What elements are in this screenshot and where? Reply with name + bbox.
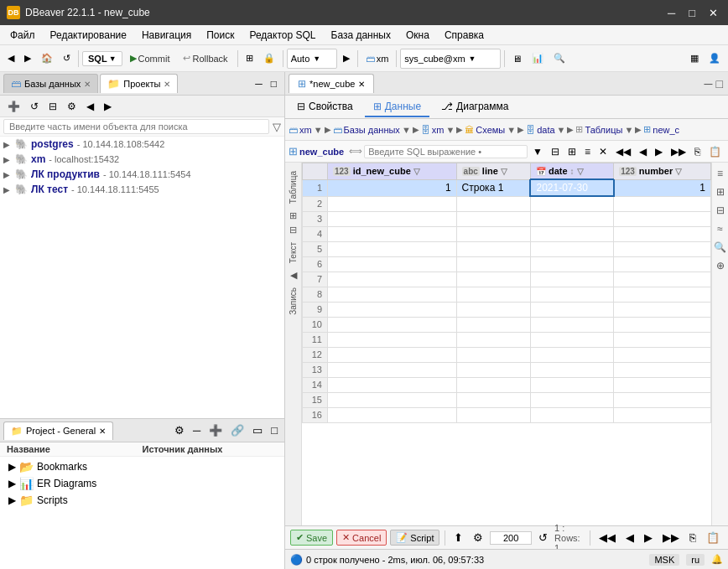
proj-item-scripts[interactable]: ▶ 📁 Scripts bbox=[2, 492, 283, 509]
proj-item-bookmarks[interactable]: ▶ 📂 Bookmarks bbox=[2, 458, 283, 475]
panel-minimize-btn[interactable]: ─ bbox=[251, 75, 267, 92]
search-toolbar-button[interactable]: 🔍 bbox=[549, 49, 569, 69]
nav-prev-btn[interactable]: ◀ bbox=[636, 144, 650, 159]
sql-run-btn[interactable]: ▼ bbox=[529, 144, 546, 159]
refresh-button[interactable]: ↺ bbox=[59, 49, 75, 69]
tree-item-xm[interactable]: ▶ 🐘 xm - localhost:15432 bbox=[0, 152, 284, 167]
databases-tab-close[interactable]: ✕ bbox=[84, 80, 91, 89]
settings-btn[interactable]: ⚙ bbox=[63, 98, 81, 115]
sub-tab-data[interactable]: ⊞ Данные bbox=[365, 97, 429, 117]
first-btn[interactable]: ◀◀ bbox=[595, 529, 619, 546]
last-btn[interactable]: ▶▶ bbox=[659, 529, 683, 546]
cell-id-1[interactable]: 1 bbox=[328, 179, 457, 196]
tab-projects[interactable]: 📁 Проекты ✕ bbox=[100, 74, 178, 93]
cancel-button[interactable]: ✕ Cancel bbox=[336, 530, 387, 546]
col-header-line[interactable]: abc line ▽ bbox=[456, 163, 530, 180]
nav-next-btn[interactable]: ▶ bbox=[652, 144, 666, 159]
paste2-btn[interactable]: 📋 bbox=[703, 529, 723, 546]
project-min-btn[interactable]: ▭ bbox=[249, 422, 266, 438]
proj-item-er-diagrams[interactable]: ▶ 📊 ER Diagrams bbox=[2, 475, 283, 492]
menu-windows[interactable]: Окна bbox=[399, 28, 436, 43]
save-button[interactable]: ✔ Save bbox=[290, 530, 333, 546]
settings2-btn[interactable]: ⚙ bbox=[470, 529, 486, 546]
refresh-db-btn[interactable]: ↺ bbox=[26, 98, 43, 115]
filter-icon[interactable]: ▽ bbox=[273, 121, 281, 133]
grid-btn[interactable]: ▦ bbox=[686, 49, 703, 69]
bc-data[interactable]: 🗄 data bbox=[526, 125, 554, 135]
close-button[interactable]: ✕ bbox=[705, 5, 721, 21]
project-settings-btn[interactable]: ⚙ bbox=[171, 422, 188, 438]
collapse-btn[interactable]: ⊟ bbox=[44, 98, 61, 115]
editor-tab-new-cube[interactable]: ⊞ *new_cube ✕ bbox=[289, 74, 374, 93]
col-header-id[interactable]: 123 id_new_cube ▽ bbox=[328, 163, 457, 180]
rsi-icon1[interactable]: ⊞ bbox=[715, 184, 726, 199]
bc-tables[interactable]: ⊞ Таблицы bbox=[575, 124, 622, 135]
back-button[interactable]: ◀ bbox=[3, 49, 18, 69]
nav-fwd-btn[interactable]: ▶ bbox=[100, 98, 116, 115]
bc-xm2[interactable]: 🗄 xm bbox=[421, 125, 445, 135]
maximize-button[interactable]: □ bbox=[685, 5, 699, 21]
minimize-button[interactable]: ─ bbox=[664, 5, 679, 21]
nav-back-btn[interactable]: ◀ bbox=[82, 98, 98, 115]
col-header-number[interactable]: 123 number ▽ bbox=[614, 163, 711, 180]
user-btn[interactable]: 👤 bbox=[705, 49, 725, 69]
cell-line-1[interactable]: Строка 1 bbox=[456, 179, 530, 196]
play-button[interactable]: ▶ bbox=[339, 49, 354, 69]
sub-tab-diagram[interactable]: ⎇ Диаграмма bbox=[433, 97, 517, 117]
panel-maximize-btn[interactable]: □ bbox=[267, 75, 281, 92]
menu-file[interactable]: Файл bbox=[3, 28, 42, 43]
project-plus-btn[interactable]: ➕ bbox=[205, 422, 226, 438]
cell-number-1[interactable]: 1 bbox=[614, 179, 711, 196]
tree-item-lk-test[interactable]: ▶ 🐘 ЛК тест - 10.144.18.111:5455 bbox=[0, 182, 284, 197]
rsi-icon3[interactable]: ≈ bbox=[715, 221, 725, 236]
paste-row-btn[interactable]: 📋 bbox=[705, 144, 725, 159]
copy-row-btn[interactable]: ⎘ bbox=[691, 144, 704, 159]
limit-input[interactable] bbox=[490, 531, 532, 545]
bc-schemas[interactable]: 🏛 Схемы bbox=[465, 125, 505, 135]
nav-first-btn[interactable]: ◀◀ bbox=[612, 144, 634, 159]
projects-tab-close[interactable]: ✕ bbox=[164, 80, 170, 89]
side-icon2[interactable]: ⊟ bbox=[288, 223, 299, 237]
bc-dropdown-4[interactable]: ▼ bbox=[557, 125, 566, 135]
bc-dropdown-2[interactable]: ▼ bbox=[445, 125, 455, 135]
rollback-button[interactable]: ↩ Rollback bbox=[177, 50, 233, 66]
editor-tab-close-btn[interactable]: ✕ bbox=[358, 80, 365, 89]
filter-add-btn[interactable]: ⊞ bbox=[564, 144, 580, 159]
bc-dropdown-5[interactable]: ▼ bbox=[624, 125, 633, 135]
panels-icon[interactable]: ≡ bbox=[715, 166, 725, 181]
editor-minimize-btn[interactable]: ─ bbox=[703, 77, 715, 91]
bc-dropdown-0[interactable]: ▼ bbox=[314, 125, 323, 135]
menu-search[interactable]: Поиск bbox=[200, 28, 241, 43]
bc-xm[interactable]: 🗃 xm bbox=[289, 125, 312, 135]
nav-last-btn[interactable]: ▶▶ bbox=[668, 144, 689, 159]
bc-databases[interactable]: 🗃 Базы данных bbox=[333, 125, 400, 135]
bc-dropdown-1[interactable]: ▼ bbox=[402, 125, 411, 135]
project-link-btn[interactable]: 🔗 bbox=[227, 422, 247, 438]
project-minus-btn[interactable]: ─ bbox=[190, 422, 204, 438]
layout-button[interactable]: ⊞ bbox=[242, 49, 257, 69]
sql-expression-input[interactable] bbox=[364, 145, 528, 158]
tree-item-lk-prod[interactable]: ▶ 🐘 ЛК продуктив - 10.144.18.111:5454 bbox=[0, 167, 284, 182]
project-tab-close-btn[interactable]: ✕ bbox=[99, 427, 106, 436]
menu-sql-editor[interactable]: Редактор SQL bbox=[242, 28, 322, 43]
export-btn[interactable]: ⬆ bbox=[450, 529, 466, 546]
side-icon1[interactable]: ⊞ bbox=[288, 209, 299, 223]
sql-dropdown[interactable]: SQL ▼ bbox=[82, 51, 122, 66]
filter-clear-btn[interactable]: ✕ bbox=[595, 144, 611, 159]
auto-dropdown[interactable]: Auto ▼ bbox=[287, 49, 337, 69]
table-row[interactable]: 1 1 Строка 1 2021-07-30 1 bbox=[303, 179, 711, 196]
tab-databases[interactable]: 🗃 Базы данных ✕ bbox=[3, 74, 98, 93]
filter-btn[interactable]: ⊟ bbox=[548, 144, 563, 159]
script-button[interactable]: 📝 Script bbox=[390, 530, 439, 546]
col-filter-line[interactable]: ▽ bbox=[501, 167, 507, 176]
project-max-btn[interactable]: □ bbox=[268, 422, 281, 438]
col-filter-number[interactable]: ▽ bbox=[675, 167, 682, 176]
forward-button[interactable]: ▶ bbox=[20, 49, 35, 69]
bc-new-cube[interactable]: ⊞ new_c bbox=[643, 124, 679, 135]
menu-help[interactable]: Справка bbox=[438, 28, 491, 43]
editor-maximize-btn[interactable]: □ bbox=[715, 77, 725, 91]
filter-order-btn[interactable]: ≡ bbox=[581, 144, 594, 159]
xm-button[interactable]: 🗃 xm bbox=[361, 49, 393, 69]
cell-date-1[interactable]: 2021-07-30 bbox=[530, 179, 613, 196]
col-header-date[interactable]: 📅 date ↕ ▽ bbox=[530, 163, 613, 180]
